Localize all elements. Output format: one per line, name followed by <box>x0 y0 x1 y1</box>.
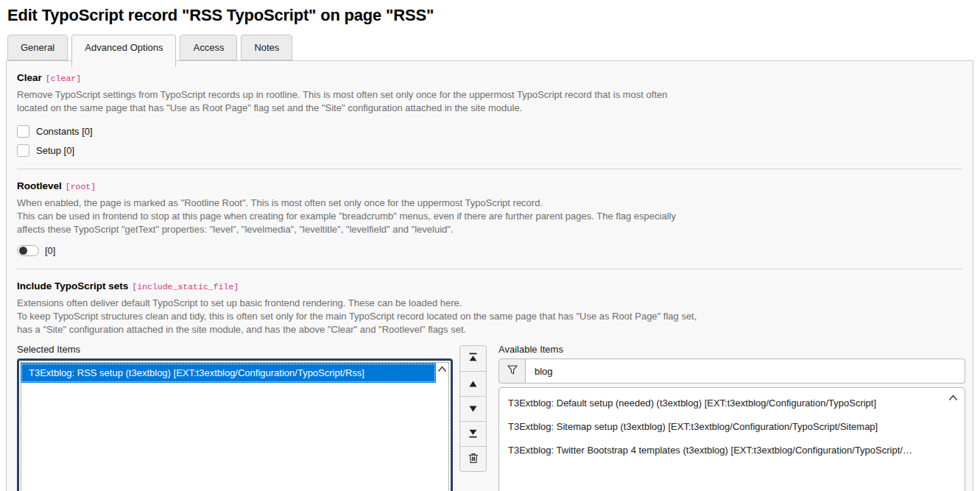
page-title: Edit TypoScript record "RSS TypoScript" … <box>7 6 980 25</box>
available-items-label: Available Items <box>498 344 965 355</box>
tab-access[interactable]: Access <box>180 35 237 60</box>
filter-input[interactable] <box>526 358 965 384</box>
available-item-bootstrap-templates[interactable]: T3Extblog: Twitter Bootstrap 4 templates… <box>499 439 965 462</box>
move-down-button[interactable] <box>460 396 486 421</box>
available-item-default-setup[interactable]: T3Extblog: Default setup (needed) (t3ext… <box>499 392 965 415</box>
setup-checkbox[interactable] <box>17 144 29 157</box>
move-up-button[interactable] <box>460 371 486 396</box>
rootlevel-description-line: This can be used in frontend to stop at … <box>17 210 962 223</box>
trash-icon <box>468 453 479 466</box>
setup-checkbox-label: Setup [0] <box>36 145 74 156</box>
move-to-top-button[interactable] <box>460 346 486 371</box>
include-sets-description-line: has a "Site" configuration attached in t… <box>17 323 962 336</box>
include-sets-description-line: To keep TypoScript structures clean and … <box>17 310 962 323</box>
available-items-listbox[interactable]: T3Extblog: Default setup (needed) (t3ext… <box>498 387 965 491</box>
include-sets-field-label: Include TypoScript sets[include_static_f… <box>17 280 962 292</box>
constants-checkbox-label: Constants [0] <box>36 126 93 137</box>
include-sets-field-tag: [include_static_file] <box>132 282 239 292</box>
move-up-icon <box>469 378 477 389</box>
rootlevel-description-line: affects these TypoScript "getText" prope… <box>17 223 962 236</box>
scroll-up-icon[interactable] <box>437 366 447 372</box>
delete-button[interactable] <box>460 446 486 471</box>
selected-option-rss-setup[interactable]: T3Extblog: RSS setup (t3extblog) [EXT:t3… <box>21 363 436 383</box>
clear-description-line: located on the same page that has "Use a… <box>17 102 962 115</box>
list-control-button-group <box>459 345 487 472</box>
tab-general[interactable]: General <box>7 35 68 60</box>
tab-notes[interactable]: Notes <box>241 35 292 60</box>
section-include-typoscript-sets: Include TypoScript sets[include_static_f… <box>17 269 962 491</box>
tab-content-panel: Clear[clear] Remove TypoScript settings … <box>6 60 973 491</box>
selected-items-listbox[interactable]: T3Extblog: RSS setup (t3extblog) [EXT:t3… <box>17 358 453 491</box>
scroll-up-icon[interactable] <box>948 395 958 401</box>
clear-field-tag: [clear] <box>46 74 81 83</box>
rootlevel-label-text: Rootlevel <box>17 180 62 191</box>
rootlevel-toggle[interactable] <box>17 245 39 256</box>
toggle-knob-icon <box>19 247 27 255</box>
clear-field-label: Clear[clear] <box>17 72 962 83</box>
constants-checkbox[interactable] <box>17 125 29 138</box>
filter-group <box>498 358 965 384</box>
include-sets-description-line: Extensions often deliver default TypoScr… <box>17 297 962 310</box>
rootlevel-description-line: When enabled, the page is marked as "Roo… <box>17 197 962 210</box>
tab-advanced-options[interactable]: Advanced Options <box>71 35 176 67</box>
move-to-bottom-icon <box>468 428 478 440</box>
section-rootlevel: Rootlevel[root] When enabled, the page i… <box>17 169 962 269</box>
include-sets-label-text: Include TypoScript sets <box>17 280 128 292</box>
clear-label-text: Clear <box>17 72 42 83</box>
selected-items-label: Selected Items <box>17 344 453 355</box>
rootlevel-field-label: Rootlevel[root] <box>17 180 962 191</box>
rootlevel-toggle-label: [0] <box>45 245 55 256</box>
move-down-icon <box>469 403 477 414</box>
move-to-bottom-button[interactable] <box>460 421 486 446</box>
filter-funnel-icon <box>507 365 518 377</box>
section-clear: Clear[clear] Remove TypoScript settings … <box>17 61 962 169</box>
tab-bar: General Advanced Options Access Notes <box>7 35 980 60</box>
clear-description-line: Remove TypoScript settings from TypoScri… <box>17 88 962 102</box>
rootlevel-field-tag: [root] <box>66 182 96 191</box>
move-to-top-icon <box>468 353 478 364</box>
filter-button[interactable] <box>498 358 526 384</box>
available-item-sitemap-setup[interactable]: T3Extblog: Sitemap setup (t3extblog) [EX… <box>499 415 965 439</box>
